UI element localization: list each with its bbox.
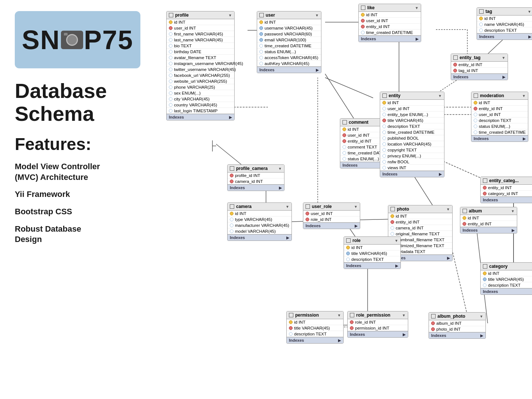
field-icon (169, 44, 173, 48)
field-icon (169, 62, 173, 65)
table-row: name VARCHAR(45) (477, 21, 532, 27)
field-icon (230, 224, 233, 227)
table-row: category_id INT (481, 191, 532, 197)
fk-icon (342, 139, 346, 143)
indexes-row[interactable]: Indexes▶ (380, 171, 444, 177)
table-row: country VARCHAR(45) (167, 102, 234, 108)
fk-icon (361, 19, 365, 23)
table-row: website_url VARCHAR(255) (167, 78, 234, 84)
table-row: description TEXT (481, 282, 532, 288)
field-icon (169, 50, 173, 54)
table-album-photo: album_photo ▼ album_id INT photo_id INT … (429, 312, 486, 339)
table-row: role_id INT (348, 319, 408, 325)
field-icon (169, 74, 173, 77)
field-icon (391, 232, 394, 236)
table-row: email VARCHAR(100) (257, 37, 321, 43)
table-row: time_created DATETIME (359, 30, 421, 35)
fk-icon (342, 133, 346, 137)
pk-icon (289, 320, 293, 324)
sort-arrow[interactable]: ▼ (228, 13, 232, 17)
logo-box: SN P75 (15, 11, 140, 68)
table-row: username VARCHAR(45) (257, 25, 321, 31)
sort-arrow[interactable]: ▼ (528, 10, 531, 14)
table-row: permission_id INT (348, 325, 408, 331)
sort-arrow[interactable]: ▼ (522, 94, 526, 98)
table-row: entity_type ENUM(...) (380, 112, 444, 117)
sort-arrow[interactable]: ▼ (315, 13, 319, 17)
pk-icon (483, 272, 487, 275)
table-row: id INT (388, 213, 452, 219)
table-row: title VARCHAR(45) (344, 250, 400, 256)
sort-arrow[interactable]: ▼ (502, 56, 505, 60)
indexes-row[interactable]: Indexes▶ (303, 222, 360, 229)
field-icon (169, 38, 173, 42)
pk-icon (474, 101, 477, 105)
table-permission-header: permission ▼ (287, 311, 343, 319)
table-row: time_created DATETIME (257, 43, 321, 49)
field-icon (169, 103, 173, 107)
indexes-row[interactable]: Indexes▶ (228, 184, 284, 191)
sort-arrow[interactable]: ▼ (480, 314, 483, 318)
table-row: phone VARCHAR(25) (167, 84, 234, 90)
sort-arrow[interactable]: ▼ (337, 313, 341, 317)
sort-arrow[interactable]: ▼ (286, 205, 289, 209)
indexes-row[interactable]: Indexes▶ (460, 227, 517, 233)
table-row: id INT (471, 100, 528, 106)
field-icon (342, 145, 346, 149)
table-row: time_created DATETIME (471, 129, 528, 135)
table-row: entity_id INT (471, 106, 528, 112)
field-icon (479, 23, 483, 26)
field-icon (382, 113, 386, 116)
table-row: user_id INT (167, 25, 234, 31)
indexes-row[interactable]: Indexes▶ (481, 288, 532, 294)
table-name: moderation (480, 93, 522, 98)
field-icon (342, 151, 346, 155)
table-camera: camera ▼ id INT type VARCHAR(45) manufac… (227, 202, 292, 241)
sort-arrow[interactable]: ▼ (438, 94, 442, 98)
sort-arrow[interactable]: ▼ (511, 209, 515, 213)
pk-icon (391, 214, 394, 218)
sort-arrow[interactable]: ▼ (395, 239, 398, 243)
field-icon (382, 142, 386, 146)
sort-arrow[interactable]: ▼ (278, 167, 282, 171)
indexes-row[interactable]: Indexes▶ (429, 332, 485, 338)
table-row: views INT (380, 165, 444, 171)
sort-arrow[interactable]: ▼ (354, 205, 358, 209)
table-row: user_id INT (359, 18, 421, 24)
schema-panel: profile ▼ id INT user_id INT first_name … (159, 0, 532, 399)
table-row: nsfw BOOL (380, 159, 444, 165)
indexes-row[interactable]: Indexes▶ (359, 35, 421, 42)
sort-arrow[interactable]: ▼ (402, 313, 406, 317)
indexes-row[interactable]: Indexes▶ (257, 66, 321, 73)
field-icon (259, 26, 263, 30)
indexes-row[interactable]: Indexes▶ (348, 331, 408, 337)
table-row: avatar_filename TEXT (167, 55, 234, 61)
table-moderation-header: moderation ▼ (471, 92, 528, 100)
table-row: profile_id INT (228, 173, 284, 178)
table-icon (483, 178, 487, 183)
table-like-header: like ▼ (359, 4, 421, 12)
table-name: camera (236, 204, 286, 209)
svg-line-17 (451, 244, 469, 323)
indexes-row[interactable]: Indexes▶ (167, 114, 234, 120)
indexes-row[interactable]: Indexes▶ (344, 262, 400, 269)
indexes-row[interactable]: Indexes▶ (451, 74, 508, 80)
fk-icon (306, 212, 309, 215)
indexes-row[interactable]: Indexes▶ (228, 234, 291, 241)
table-row: title VARCHAR(45) (287, 325, 343, 331)
sort-arrow[interactable]: ▼ (415, 6, 419, 10)
table-row: role_id INT (303, 216, 360, 222)
indexes-row[interactable]: Indexes▶ (481, 197, 532, 203)
table-name: photo (397, 207, 446, 212)
indexes-row[interactable]: Indexes▶ (471, 135, 528, 141)
table-row: id INT (344, 245, 400, 250)
fk-icon (289, 326, 293, 330)
fk-icon (230, 174, 233, 177)
table-user-header: user ▼ (257, 11, 321, 19)
indexes-row[interactable]: Indexes▶ (477, 33, 532, 40)
table-row: copyright TEXT (380, 147, 444, 153)
indexes-row[interactable]: Indexes▶ (287, 337, 343, 343)
table-row: description TEXT (287, 331, 343, 337)
field-icon (483, 277, 487, 281)
sort-arrow[interactable]: ▼ (446, 207, 450, 211)
